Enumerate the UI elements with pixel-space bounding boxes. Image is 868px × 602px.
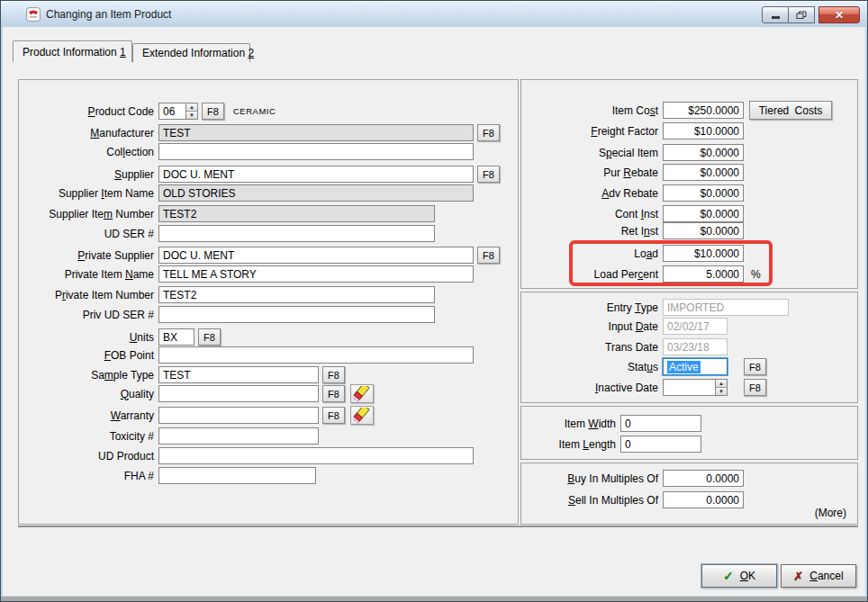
item-length-input[interactable]: 0 <box>620 436 701 453</box>
sample-type-input[interactable]: TEST <box>158 366 319 383</box>
pur-rebate-value: $0.0000 <box>701 166 739 179</box>
ret-inst-input[interactable]: $0.0000 <box>663 222 744 239</box>
entry-type-label: Entry Type <box>521 301 658 314</box>
ud-ser-number-input[interactable] <box>158 225 435 242</box>
item-width-input[interactable]: 0 <box>620 415 701 432</box>
trans-date-input[interactable]: 03/23/18 <box>663 338 728 355</box>
supplier-f8-button[interactable]: F8 <box>477 166 500 183</box>
field-row-load: Load$10.0000 <box>521 245 857 262</box>
ud-product-label: UD Product <box>19 450 154 463</box>
item-length-label: Item Length <box>521 438 616 451</box>
tab-extended-information-2[interactable]: Extended Information 2 <box>132 43 250 62</box>
product-code-spinner[interactable]: ▲▼ <box>185 103 197 119</box>
private-item-name-value: TELL ME A STORY <box>163 268 257 281</box>
pur-rebate-input[interactable]: $0.0000 <box>663 164 744 181</box>
inactive-date-spinner[interactable]: ▲▼ <box>715 380 727 395</box>
title-bar[interactable]: Changing an Item Product ✕ <box>1 1 867 27</box>
buy-in-multiples-of-input[interactable]: 0.0000 <box>663 470 744 487</box>
product-code-input[interactable]: 06▲▼ <box>158 103 198 120</box>
private-item-name-input[interactable]: TELL ME A STORY <box>158 265 474 283</box>
load-input[interactable]: $10.0000 <box>663 245 744 262</box>
buy-in-multiples-of-label: Buy In Multiples Of <box>521 472 658 485</box>
product-code-f8-button[interactable]: F8 <box>202 103 224 120</box>
quality-label: Quality <box>19 388 154 400</box>
private-supplier-input[interactable]: DOC U. MENT <box>158 247 474 264</box>
tiered-costs-button[interactable]: Tiered Costs <box>749 101 832 120</box>
spinner-up-icon[interactable]: ▲ <box>716 380 727 388</box>
quality-eraser-button[interactable] <box>350 384 374 403</box>
freight-factor-input[interactable]: $10.0000 <box>663 122 744 139</box>
adv-rebate-value: $0.0000 <box>701 187 739 200</box>
warranty-input[interactable] <box>158 407 319 424</box>
close-button[interactable]: ✕ <box>818 6 860 23</box>
item-cost-input[interactable]: $250.0000 <box>663 102 744 119</box>
field-row-status: StatusActiveF8 <box>521 358 857 375</box>
warranty-eraser-button[interactable] <box>350 406 374 425</box>
cont-inst-input[interactable]: $0.0000 <box>663 205 744 222</box>
private-item-number-input[interactable]: TEST2 <box>158 286 435 303</box>
inactive-date-f8-button[interactable]: F8 <box>744 379 766 396</box>
more-label: (More) <box>815 507 846 519</box>
supplier-input[interactable]: DOC U. MENT <box>158 166 474 183</box>
inactive-date-input[interactable]: ▲▼ <box>663 379 728 396</box>
spinner-down-icon[interactable]: ▼ <box>716 388 727 395</box>
units-f8-button[interactable]: F8 <box>198 328 221 346</box>
load-percent-input[interactable]: 5.0000 <box>663 265 744 283</box>
pur-rebate-label: Pur Rebate <box>521 166 658 179</box>
quality-input[interactable] <box>158 385 319 402</box>
status-label: Status <box>521 361 658 373</box>
panel-shadow <box>18 526 858 527</box>
field-row-adv-rebate: Adv Rebate$0.0000 <box>521 184 857 202</box>
restore-button[interactable] <box>789 6 815 23</box>
fob-point-label: FOB Point <box>19 349 154 362</box>
supplier-item-number-value: TEST2 <box>163 208 196 220</box>
status-value: Active <box>667 361 701 373</box>
field-row-freight-factor: Freight Factor$10.0000 <box>521 122 857 139</box>
supplier-item-number-input[interactable]: TEST2 <box>158 205 435 222</box>
units-input[interactable]: BX <box>158 328 194 346</box>
private-supplier-f8-button[interactable]: F8 <box>477 247 500 264</box>
input-date-input[interactable]: 02/02/17 <box>663 318 728 335</box>
warranty-label: Warranty <box>19 409 154 422</box>
spinner-down-icon[interactable]: ▼ <box>186 112 197 119</box>
adv-rebate-input[interactable]: $0.0000 <box>663 184 744 202</box>
tab-product-information-1[interactable]: Product Information 1 <box>13 40 132 62</box>
multiples-panel: (More) Buy In Multiples Of0.0000Sell In … <box>520 463 858 525</box>
supplier-item-name-input[interactable]: OLD STORIES <box>158 184 474 202</box>
units-label: Units <box>19 331 154 344</box>
field-row-private-supplier: Private SupplierDOC U. MENTF8 <box>19 247 518 264</box>
field-row-cont-inst: Cont Inst$0.0000 <box>521 205 857 222</box>
entry-type-input[interactable]: IMPORTED <box>663 299 789 316</box>
warranty-f8-button[interactable]: F8 <box>322 407 345 424</box>
toxicity-number-input[interactable] <box>158 427 319 445</box>
minimize-button[interactable] <box>762 6 789 23</box>
load-value: $10.0000 <box>694 247 739 260</box>
product-code-value: 06 <box>163 105 175 118</box>
cancel-button[interactable]: ✗ Cancel <box>781 564 856 588</box>
field-row-item-length: Item Length0 <box>521 436 857 453</box>
manufacturer-input[interactable]: TEST <box>158 124 474 141</box>
sell-in-multiples-of-input[interactable]: 0.0000 <box>663 491 744 508</box>
fob-point-input[interactable] <box>158 346 474 364</box>
trans-date-label: Trans Date <box>521 341 658 354</box>
units-value: BX <box>163 331 177 344</box>
manufacturer-f8-button[interactable]: F8 <box>477 124 500 141</box>
x-icon: ✗ <box>793 570 803 583</box>
special-item-input[interactable]: $0.0000 <box>663 144 744 161</box>
spinner-up-icon[interactable]: ▲ <box>186 103 197 112</box>
ud-product-input[interactable] <box>158 447 474 464</box>
field-row-buy-in-multiples-of: Buy In Multiples Of0.0000 <box>521 470 857 487</box>
status-input[interactable]: Active <box>663 358 728 375</box>
sample-type-label: Sample Type <box>19 369 154 382</box>
collection-input[interactable] <box>158 143 474 160</box>
priv-ud-ser-number-label: Priv UD SER # <box>19 309 154 321</box>
status-f8-button[interactable]: F8 <box>744 358 766 375</box>
ok-button[interactable]: ✓ OK <box>701 564 777 588</box>
fha-number-input[interactable] <box>158 467 316 484</box>
load-label: Load <box>521 247 658 260</box>
quality-f8-button[interactable]: F8 <box>322 385 345 402</box>
private-supplier-value: DOC U. MENT <box>163 249 234 262</box>
sample-type-f8-button[interactable]: F8 <box>322 366 345 383</box>
field-row-sell-in-multiples-of: Sell In Multiples Of0.0000 <box>521 491 857 508</box>
priv-ud-ser-number-input[interactable] <box>158 306 435 323</box>
